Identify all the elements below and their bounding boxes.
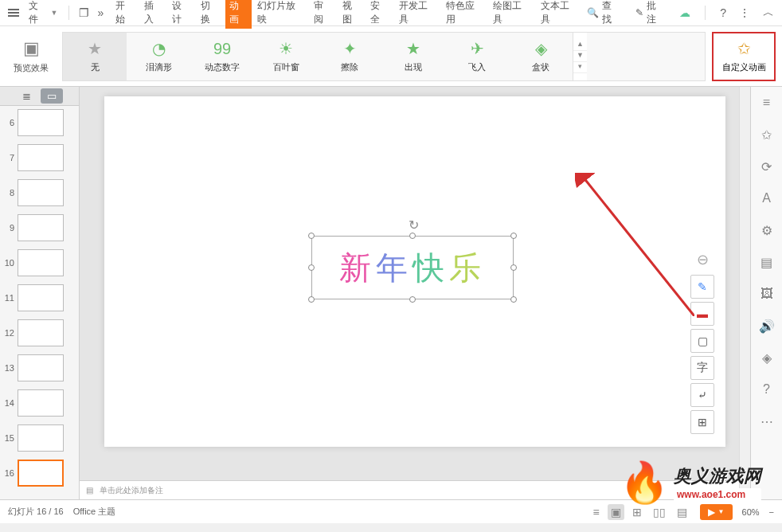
font-pane-icon[interactable]: A bbox=[757, 189, 776, 208]
ribbon: ▣ 预览效果 ★无◔泪滴形99动态数字☀百叶窗✦擦除★出现✈飞入◈盒状▲▼▾ ✩… bbox=[0, 26, 782, 87]
thumb-row[interactable]: 9 bbox=[2, 214, 77, 241]
tab-视图[interactable]: 视图 bbox=[338, 0, 366, 29]
thumb-row[interactable]: 13 bbox=[2, 354, 77, 381]
help-pane-icon[interactable]: ? bbox=[757, 380, 776, 399]
tab-切换[interactable]: 切换 bbox=[197, 0, 224, 29]
thumbnail-view-button[interactable]: ▭ bbox=[41, 88, 63, 104]
text-tool-button[interactable]: 字 bbox=[690, 356, 714, 380]
text-char-1: 新 bbox=[339, 250, 376, 285]
thumb-row[interactable]: 14 bbox=[2, 389, 77, 417]
preview-effect-button[interactable]: ▣ 预览效果 bbox=[6, 38, 56, 74]
thumb-15[interactable] bbox=[18, 424, 64, 452]
tab-幻灯片放映[interactable]: 幻灯片放映 bbox=[253, 0, 308, 29]
vertical-scrollbar[interactable] bbox=[739, 87, 750, 499]
tab-开发工具[interactable]: 开发工具 bbox=[395, 0, 440, 29]
thumb-10[interactable] bbox=[18, 249, 64, 276]
scroll-up-icon[interactable]: ▲ bbox=[573, 40, 587, 51]
wrap-tool-button[interactable]: ⤶ bbox=[690, 383, 714, 407]
more-tool-button[interactable]: ⊞ bbox=[690, 410, 714, 434]
more-pane-icon[interactable]: ⋯ bbox=[757, 412, 776, 431]
file-menu[interactable]: 文件 ▼ bbox=[24, 0, 62, 28]
custom-animation-button[interactable]: ✩ 自定义动画 bbox=[712, 32, 776, 81]
effect-动态数字[interactable]: 99动态数字 bbox=[190, 33, 254, 80]
thumb-12[interactable] bbox=[18, 319, 64, 346]
effect-擦除[interactable]: ✦擦除 bbox=[318, 33, 381, 80]
toggle-sidebar-icon[interactable]: ≡ bbox=[757, 93, 776, 112]
layout-pane-icon[interactable]: ▤ bbox=[757, 252, 776, 272]
slide-canvas[interactable]: ↻ 新年快乐 ⊖ ✎ ▬ bbox=[104, 96, 725, 447]
outline-view-button[interactable]: ≣ bbox=[16, 88, 37, 104]
search-button[interactable]: 🔍 查找 bbox=[582, 0, 625, 28]
more-icon[interactable]: » bbox=[94, 3, 107, 22]
resize-handle[interactable] bbox=[308, 264, 315, 271]
thumb-7[interactable] bbox=[18, 144, 64, 171]
diamond-pane-icon[interactable]: ◈ bbox=[757, 348, 776, 367]
image-pane-icon[interactable]: 🖼 bbox=[757, 284, 776, 303]
effect-无[interactable]: ★无 bbox=[63, 33, 127, 80]
resize-handle[interactable] bbox=[308, 233, 315, 239]
kebab-icon[interactable]: ⋮ bbox=[736, 3, 753, 22]
scroll-more-icon[interactable]: ▾ bbox=[573, 62, 587, 73]
zoom-out-button[interactable]: ⊖ bbox=[690, 248, 714, 272]
thumb-9[interactable] bbox=[18, 214, 64, 241]
cloud-icon[interactable]: ☁ bbox=[676, 3, 694, 22]
tab-开始[interactable]: 开始 bbox=[111, 0, 139, 29]
scroll-down-icon[interactable]: ▼ bbox=[573, 51, 587, 62]
effect-飞入[interactable]: ✈飞入 bbox=[445, 33, 509, 80]
effect-盒状[interactable]: ◈盒状 bbox=[509, 33, 573, 80]
resize-handle[interactable] bbox=[510, 233, 517, 239]
resize-handle[interactable] bbox=[308, 296, 315, 303]
thumb-8[interactable] bbox=[18, 179, 64, 206]
rotate-handle-icon[interactable]: ↻ bbox=[409, 217, 421, 230]
tab-文本工具[interactable]: 文本工具 bbox=[537, 0, 582, 29]
thumb-6[interactable] bbox=[18, 109, 64, 136]
settings-pane-icon[interactable]: ⚙ bbox=[757, 221, 776, 240]
resize-handle[interactable] bbox=[409, 233, 416, 239]
tab-设计[interactable]: 设计 bbox=[168, 0, 195, 29]
annotate-button[interactable]: ✎ 批注 bbox=[631, 0, 670, 28]
text-char-4: 乐 bbox=[449, 250, 486, 285]
tab-插入[interactable]: 插入 bbox=[140, 0, 167, 29]
thumb-row[interactable]: 11 bbox=[2, 284, 77, 311]
custom-animation-label: 自定义动画 bbox=[722, 61, 766, 73]
edit-tool-button[interactable]: ✎ bbox=[690, 275, 714, 299]
effect-icon: ★ bbox=[406, 39, 420, 58]
resize-handle[interactable] bbox=[510, 296, 517, 303]
thumb-13[interactable] bbox=[18, 354, 64, 381]
resize-handle[interactable] bbox=[409, 296, 416, 303]
thumb-row[interactable]: 8 bbox=[2, 179, 77, 206]
tab-安全[interactable]: 安全 bbox=[366, 0, 393, 29]
hamburger-icon[interactable] bbox=[5, 4, 22, 22]
effect-泪滴形[interactable]: ◔泪滴形 bbox=[127, 33, 190, 80]
tab-特色应用[interactable]: 特色应用 bbox=[442, 0, 487, 29]
menubar-right: 🔍 查找 ✎ 批注 ☁ ? ⋮ ︿ bbox=[582, 0, 777, 28]
thumb-row[interactable]: 6 bbox=[2, 109, 77, 136]
align-icon[interactable]: ≡ bbox=[589, 504, 602, 520]
transition-pane-icon[interactable]: ⟳ bbox=[757, 157, 776, 176]
help-icon[interactable]: ? bbox=[717, 3, 729, 22]
thumb-11[interactable] bbox=[18, 284, 64, 311]
audio-pane-icon[interactable]: 🔊 bbox=[757, 316, 776, 335]
thumb-row[interactable]: 15 bbox=[2, 424, 77, 452]
thumb-row[interactable]: 7 bbox=[2, 144, 77, 171]
tab-绘图工具[interactable]: 绘图工具 bbox=[489, 0, 534, 29]
collapse-icon[interactable]: ︿ bbox=[760, 2, 777, 23]
selected-text-box[interactable]: 新年快乐 bbox=[311, 236, 514, 299]
thumb-number: 13 bbox=[2, 363, 14, 373]
border-tool-button[interactable]: ▢ bbox=[690, 329, 714, 353]
tab-审阅[interactable]: 审阅 bbox=[310, 0, 337, 29]
animation-pane-icon[interactable]: ✩ bbox=[757, 125, 776, 144]
effect-出现[interactable]: ★出现 bbox=[381, 33, 445, 80]
thumb-16[interactable] bbox=[18, 460, 64, 487]
tab-动画[interactable]: 动画 bbox=[225, 0, 252, 29]
thumb-row[interactable]: 12 bbox=[2, 319, 77, 346]
fill-tool-button[interactable]: ▬ bbox=[690, 302, 714, 326]
effect-百叶窗[interactable]: ☀百叶窗 bbox=[254, 33, 318, 80]
thumb-14[interactable] bbox=[18, 389, 64, 417]
copy-icon[interactable]: ❐ bbox=[76, 3, 92, 22]
thumb-row[interactable]: 10 bbox=[2, 249, 77, 276]
thumb-row[interactable]: 16 bbox=[2, 460, 77, 487]
resize-handle[interactable] bbox=[510, 264, 517, 271]
watermark-url: www.aoe1.com bbox=[674, 488, 761, 501]
search-icon: 🔍 bbox=[587, 7, 599, 18]
